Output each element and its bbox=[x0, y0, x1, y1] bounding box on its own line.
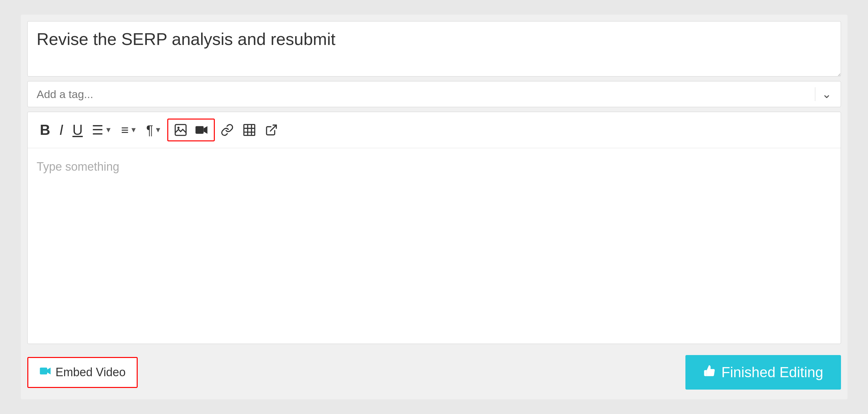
chevron-down-icon[interactable]: ⌄ bbox=[815, 87, 832, 101]
svg-rect-2 bbox=[195, 126, 204, 134]
editor-container: B I U ☰ ▼ ≡ ▼ ¶ ▼ bbox=[27, 112, 841, 344]
insert-link-button[interactable] bbox=[217, 121, 237, 139]
italic-button[interactable]: I bbox=[56, 119, 66, 141]
unordered-list-button[interactable]: ≡ ▼ bbox=[118, 120, 140, 140]
embed-video-icon bbox=[39, 365, 51, 380]
italic-label: I bbox=[59, 122, 63, 138]
paragraph-icon: ¶ bbox=[146, 123, 153, 138]
tag-row: ⌄ bbox=[27, 81, 841, 107]
tag-input[interactable] bbox=[37, 88, 815, 101]
paragraph-button[interactable]: ¶ ▼ bbox=[143, 120, 165, 140]
editor-placeholder: Type something bbox=[37, 160, 119, 173]
svg-rect-10 bbox=[40, 367, 47, 374]
unordered-list-dropdown-arrow: ▼ bbox=[130, 126, 137, 134]
embed-video-button[interactable]: Embed Video bbox=[27, 357, 138, 388]
ordered-list-icon: ☰ bbox=[92, 122, 103, 138]
insert-image-button[interactable] bbox=[171, 121, 190, 139]
finished-editing-button[interactable]: Finished Editing bbox=[685, 355, 841, 390]
main-container: Revise the SERP analysis and resubmit ⌄ … bbox=[21, 14, 847, 400]
insert-video-button[interactable] bbox=[192, 121, 211, 139]
underline-button[interactable]: U bbox=[69, 119, 86, 141]
title-input[interactable]: Revise the SERP analysis and resubmit bbox=[27, 21, 841, 77]
media-group bbox=[167, 119, 215, 141]
unordered-list-icon: ≡ bbox=[121, 123, 129, 138]
svg-rect-0 bbox=[176, 124, 186, 135]
finished-editing-label: Finished Editing bbox=[721, 364, 823, 380]
ordered-list-dropdown-arrow: ▼ bbox=[105, 126, 112, 134]
thumbs-up-icon bbox=[703, 364, 716, 380]
expand-button[interactable] bbox=[262, 121, 281, 139]
editor-body[interactable]: Type something bbox=[28, 148, 841, 344]
paragraph-dropdown-arrow: ▼ bbox=[155, 126, 162, 134]
bold-button[interactable]: B bbox=[37, 119, 54, 141]
svg-line-9 bbox=[271, 125, 276, 131]
svg-point-1 bbox=[177, 127, 180, 129]
svg-marker-11 bbox=[47, 367, 51, 374]
bold-label: B bbox=[40, 122, 51, 138]
footer-row: Embed Video Finished Editing bbox=[27, 349, 841, 393]
embed-video-label: Embed Video bbox=[56, 365, 126, 379]
svg-marker-3 bbox=[204, 126, 208, 134]
svg-rect-4 bbox=[244, 124, 255, 135]
toolbar: B I U ☰ ▼ ≡ ▼ ¶ ▼ bbox=[28, 112, 841, 148]
ordered-list-button[interactable]: ☰ ▼ bbox=[89, 120, 115, 140]
underline-label: U bbox=[72, 122, 83, 138]
insert-table-button[interactable] bbox=[240, 121, 259, 139]
